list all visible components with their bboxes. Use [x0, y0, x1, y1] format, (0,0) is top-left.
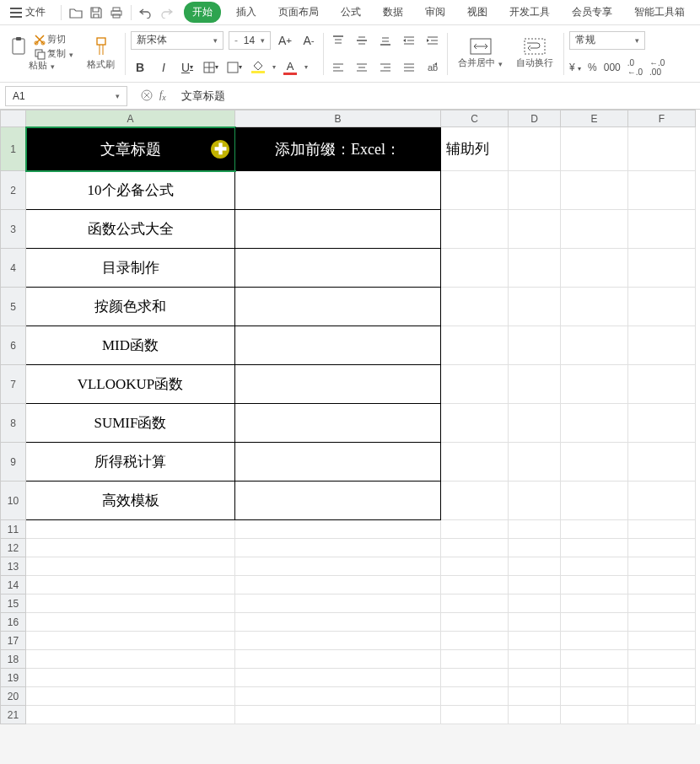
- cell-D11[interactable]: [509, 520, 561, 539]
- align-justify-icon[interactable]: [400, 58, 418, 77]
- orientation-icon[interactable]: ab: [423, 58, 442, 77]
- cell-F16[interactable]: [628, 613, 696, 632]
- cell-A1[interactable]: 文章标题✚: [26, 127, 235, 171]
- cell-E10[interactable]: [561, 482, 628, 520]
- fx-icon[interactable]: fx: [159, 89, 166, 102]
- cell-C3[interactable]: [441, 210, 509, 249]
- cell-C5[interactable]: [441, 288, 509, 326]
- decimal-decrease-button[interactable]: ←.0.00: [649, 58, 665, 77]
- cut-button[interactable]: 剪切: [34, 33, 73, 46]
- row-header-16[interactable]: 16: [1, 613, 26, 632]
- cell-A18[interactable]: [26, 650, 235, 669]
- cell-E14[interactable]: [561, 576, 628, 595]
- cell-B10[interactable]: [235, 482, 441, 520]
- cell-E12[interactable]: [561, 539, 628, 557]
- cell-D9[interactable]: [509, 443, 561, 482]
- cell-E17[interactable]: [561, 632, 628, 650]
- cell-A20[interactable]: [26, 687, 235, 706]
- cell-F5[interactable]: [628, 288, 696, 326]
- cell-B14[interactable]: [235, 576, 441, 595]
- cell-A14[interactable]: [26, 576, 235, 595]
- row-header-21[interactable]: 21: [1, 706, 26, 724]
- cancel-formula-icon[interactable]: [141, 89, 153, 101]
- cell-A15[interactable]: [26, 595, 235, 613]
- row-header-12[interactable]: 12: [1, 539, 26, 557]
- fill-color-button[interactable]: [249, 58, 267, 77]
- cell-F15[interactable]: [628, 595, 696, 613]
- decimal-increase-button[interactable]: .0←.0: [627, 58, 643, 77]
- tab-formula[interactable]: 公式: [334, 2, 368, 23]
- tab-review[interactable]: 审阅: [418, 2, 452, 23]
- italic-button[interactable]: I: [154, 58, 173, 77]
- row-header-4[interactable]: 4: [1, 249, 26, 288]
- row-header-18[interactable]: 18: [1, 650, 26, 669]
- tab-dev[interactable]: 开发工具: [503, 2, 557, 23]
- cell-F14[interactable]: [628, 576, 696, 595]
- cell-E9[interactable]: [561, 443, 628, 482]
- merge-center-label[interactable]: 合并居中: [458, 56, 503, 69]
- col-header-F[interactable]: F: [628, 110, 696, 127]
- row-header-3[interactable]: 3: [1, 210, 26, 249]
- align-left-icon[interactable]: [329, 58, 347, 77]
- cell-D1[interactable]: [509, 127, 561, 171]
- cell-A17[interactable]: [26, 632, 235, 650]
- cell-B21[interactable]: [235, 706, 441, 724]
- col-header-B[interactable]: B: [235, 110, 441, 127]
- cell-A4[interactable]: 目录制作: [26, 249, 235, 288]
- font-shrink-icon[interactable]: A-: [299, 31, 318, 50]
- cell-D17[interactable]: [509, 632, 561, 650]
- row-header-5[interactable]: 5: [1, 288, 26, 326]
- tab-page-layout[interactable]: 页面布局: [272, 2, 326, 23]
- cell-D16[interactable]: [509, 613, 561, 632]
- percent-button[interactable]: %: [588, 62, 597, 73]
- cell-B2[interactable]: [235, 171, 441, 210]
- tab-start[interactable]: 开始: [184, 2, 221, 23]
- cell-F2[interactable]: [628, 171, 696, 210]
- align-middle-icon[interactable]: [353, 31, 371, 50]
- align-bottom-icon[interactable]: [376, 31, 395, 50]
- font-grow-icon[interactable]: A+: [276, 31, 294, 50]
- cell-A7[interactable]: VLLOOKUP函数: [26, 365, 235, 404]
- cell-F1[interactable]: [628, 127, 696, 171]
- cell-B3[interactable]: [235, 210, 441, 249]
- font-color-button[interactable]: A: [281, 58, 299, 77]
- cell-F18[interactable]: [628, 650, 696, 669]
- cell-D18[interactable]: [509, 650, 561, 669]
- row-header-19[interactable]: 19: [1, 669, 26, 687]
- cell-A9[interactable]: 所得税计算: [26, 443, 235, 482]
- cell-B6[interactable]: [235, 326, 441, 365]
- cell-E16[interactable]: [561, 613, 628, 632]
- cell-D14[interactable]: [509, 576, 561, 595]
- align-right-icon[interactable]: [376, 58, 395, 77]
- border-button[interactable]: ▾: [202, 58, 220, 77]
- col-header-A[interactable]: A: [26, 110, 235, 127]
- cell-A16[interactable]: [26, 613, 235, 632]
- name-box[interactable]: A1 ▾: [5, 86, 127, 106]
- tab-smart[interactable]: 智能工具箱: [627, 2, 692, 23]
- cell-C15[interactable]: [441, 595, 509, 613]
- cell-E2[interactable]: [561, 171, 628, 210]
- cell-B19[interactable]: [235, 669, 441, 687]
- cell-E18[interactable]: [561, 650, 628, 669]
- cell-D6[interactable]: [509, 326, 561, 365]
- cell-C1[interactable]: 辅助列: [441, 127, 509, 171]
- cell-D2[interactable]: [509, 171, 561, 210]
- cell-F4[interactable]: [628, 249, 696, 288]
- cell-B8[interactable]: [235, 404, 441, 443]
- row-header-8[interactable]: 8: [1, 404, 26, 443]
- cell-C6[interactable]: [441, 326, 509, 365]
- cell-E3[interactable]: [561, 210, 628, 249]
- cell-B7[interactable]: [235, 365, 441, 404]
- paste-label[interactable]: 粘贴: [29, 59, 55, 72]
- cell-E6[interactable]: [561, 326, 628, 365]
- cell-A13[interactable]: [26, 557, 235, 576]
- cell-B20[interactable]: [235, 687, 441, 706]
- cell-F9[interactable]: [628, 443, 696, 482]
- cell-C21[interactable]: [441, 706, 509, 724]
- cell-A2[interactable]: 10个必备公式: [26, 171, 235, 210]
- col-header-C[interactable]: C: [441, 110, 509, 127]
- cell-D3[interactable]: [509, 210, 561, 249]
- cell-A21[interactable]: [26, 706, 235, 724]
- cell-E4[interactable]: [561, 249, 628, 288]
- cell-C8[interactable]: [441, 404, 509, 443]
